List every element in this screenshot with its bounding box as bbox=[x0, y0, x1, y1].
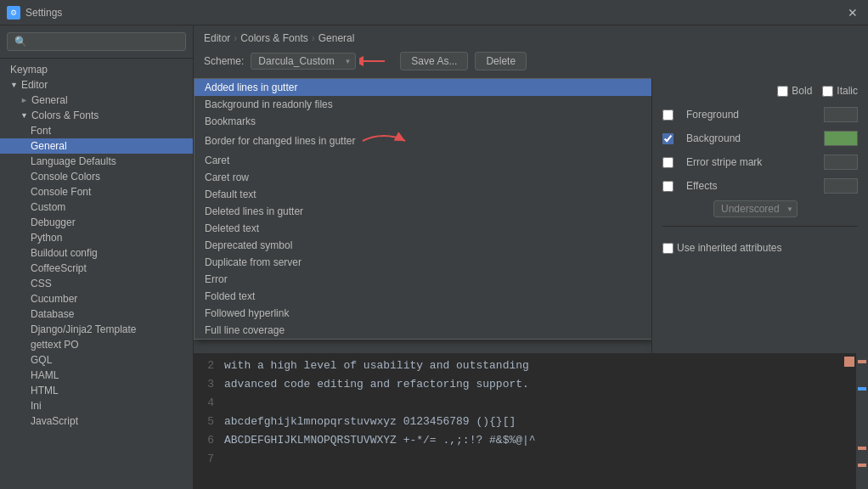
save-as-button[interactable]: Save As... bbox=[400, 52, 468, 70]
effects-select-wrap: Underscored bbox=[696, 200, 798, 217]
sidebar-item-font[interactable]: Font bbox=[0, 123, 193, 138]
title-bar: ⚙ Settings ✕ bbox=[0, 0, 868, 25]
content-area: Editor › Colors & Fonts › General Scheme… bbox=[194, 25, 868, 489]
sidebar-item-javascript[interactable]: JavaScript bbox=[0, 413, 193, 429]
list-item-3[interactable]: Border for changed lines in gutter bbox=[194, 130, 651, 152]
list-item-0[interactable]: Added lines in gutter bbox=[194, 79, 651, 96]
sidebar-item-buildout[interactable]: Buildout config bbox=[0, 245, 193, 261]
close-button[interactable]: ✕ bbox=[844, 4, 861, 21]
italic-check-label[interactable]: Italic bbox=[822, 85, 858, 97]
preview-line-3: 4 bbox=[200, 394, 861, 413]
error-stripe-check-label[interactable] bbox=[662, 157, 679, 168]
background-color-box[interactable] bbox=[824, 131, 858, 146]
error-stripe-row: Error stripe mark bbox=[662, 153, 858, 171]
sidebar-item-general-top[interactable]: ► General bbox=[0, 93, 193, 108]
right-panel: Bold Italic Foreground bbox=[652, 78, 868, 353]
scheme-select[interactable]: Darcula_Custom bbox=[251, 53, 356, 70]
breadcrumb: Editor › Colors & Fonts › General bbox=[194, 25, 868, 48]
line-num-1: 2 bbox=[200, 357, 214, 375]
foreground-check-label[interactable] bbox=[662, 110, 679, 121]
dropdown-popup: Added lines in gutter Background in read… bbox=[194, 78, 652, 340]
title-bar-left: ⚙ Settings bbox=[7, 6, 62, 20]
list-item-6[interactable]: Default text bbox=[194, 186, 651, 203]
bold-check-label[interactable]: Bold bbox=[777, 85, 812, 97]
sidebar-item-django[interactable]: Django/Jinja2 Template bbox=[0, 322, 193, 337]
arrow-annotation-1 bbox=[359, 51, 393, 71]
foreground-color-box[interactable] bbox=[824, 107, 858, 122]
list-item-12[interactable]: Folded text bbox=[194, 288, 651, 305]
error-stripe-color-box[interactable] bbox=[824, 155, 858, 170]
bold-checkbox[interactable] bbox=[777, 86, 788, 97]
list-item-9[interactable]: Deprecated symbol bbox=[194, 237, 651, 254]
sidebar-item-coffeescript[interactable]: CoffeeScript bbox=[0, 261, 193, 276]
sidebar-item-language-defaults[interactable]: Language Defaults bbox=[0, 154, 193, 169]
error-stripe-checkbox[interactable] bbox=[662, 157, 674, 168]
foreground-row: Foreground bbox=[662, 105, 858, 124]
list-item-10[interactable]: Duplicate from server bbox=[194, 254, 651, 271]
breadcrumb-editor: Editor bbox=[204, 32, 230, 44]
sidebar-item-keymap[interactable]: Keymap bbox=[0, 62, 193, 77]
preview-line-4: 5 abcdefghijklmnopqrstuvwxyz 0123456789 … bbox=[200, 413, 861, 431]
sidebar-item-editor[interactable]: ▼ Editor bbox=[0, 77, 193, 93]
sidebar-item-ini[interactable]: Ini bbox=[0, 398, 193, 413]
list-item-1[interactable]: Background in readonly files bbox=[194, 96, 651, 113]
sidebar-item-gettext[interactable]: gettext PO bbox=[0, 337, 193, 352]
line-num-4: 5 bbox=[200, 413, 214, 431]
sidebar-item-haml[interactable]: HAML bbox=[0, 368, 193, 383]
inherited-check-label[interactable]: Use inherited attributes bbox=[662, 242, 781, 254]
sidebar-item-console-colors[interactable]: Console Colors bbox=[0, 169, 193, 184]
haml-label: HAML bbox=[31, 369, 59, 381]
sidebar-item-html[interactable]: HTML bbox=[0, 383, 193, 398]
scheme-row: Scheme: Darcula_Custom Save As... Delete bbox=[194, 48, 868, 78]
sidebar-item-custom[interactable]: Custom bbox=[0, 200, 193, 215]
preview-area: 2 with a high level of usability and out… bbox=[194, 353, 868, 489]
preview-line-1: 2 with a high level of usability and out… bbox=[200, 357, 861, 375]
sidebar-item-gql[interactable]: GQL bbox=[0, 352, 193, 368]
main-layout: Keymap ▼ Editor ► General ▼ Colors & Fon… bbox=[0, 25, 868, 489]
background-checkbox[interactable] bbox=[662, 133, 674, 144]
sidebar-item-cucumber[interactable]: Cucumber bbox=[0, 291, 193, 306]
sidebar-item-debugger[interactable]: Debugger bbox=[0, 215, 193, 230]
search-input[interactable] bbox=[7, 32, 186, 51]
list-item-8[interactable]: Deleted text bbox=[194, 220, 651, 237]
search-container bbox=[0, 25, 193, 59]
list-item-5[interactable]: Caret row bbox=[194, 169, 651, 186]
sidebar-tree: Keymap ▼ Editor ► General ▼ Colors & Fon… bbox=[0, 59, 193, 432]
sidebar: Keymap ▼ Editor ► General ▼ Colors & Fon… bbox=[0, 25, 194, 489]
list-item-4[interactable]: Caret bbox=[194, 152, 651, 169]
sidebar-item-colors-fonts[interactable]: ▼ Colors & Fonts bbox=[0, 108, 193, 123]
list-item-13[interactable]: Followed hyperlink bbox=[194, 305, 651, 322]
sidebar-item-database[interactable]: Database bbox=[0, 306, 193, 322]
scroll-mark-orange-bot bbox=[858, 464, 866, 467]
list-pane: Added lines in gutter Background in read… bbox=[194, 78, 652, 353]
sidebar-item-css[interactable]: CSS bbox=[0, 276, 193, 291]
effects-checkbox[interactable] bbox=[662, 181, 674, 192]
background-label: Background bbox=[686, 132, 817, 144]
colors-fonts-label: Colors & Fonts bbox=[31, 110, 99, 121]
editor-label: Editor bbox=[21, 79, 48, 91]
inherited-row: Use inherited attributes bbox=[662, 242, 858, 254]
keymap-label: Keymap bbox=[10, 64, 48, 76]
italic-label: Italic bbox=[837, 85, 858, 97]
list-item-11[interactable]: Error bbox=[194, 271, 651, 288]
preview-text-4: abcdefghijklmnopqrstuvwxyz 0123456789 ()… bbox=[224, 413, 516, 431]
html-label: HTML bbox=[31, 385, 59, 396]
sidebar-item-console-font[interactable]: Console Font bbox=[0, 184, 193, 200]
effects-check-label[interactable] bbox=[662, 181, 679, 192]
preview-text-5: ABCDEFGHIJKLMNOPQRSTUVWXYZ +-*/= .,;:!? … bbox=[224, 431, 536, 450]
sidebar-item-python[interactable]: Python bbox=[0, 230, 193, 245]
italic-checkbox[interactable] bbox=[822, 86, 833, 97]
database-label: Database bbox=[31, 308, 74, 320]
foreground-checkbox[interactable] bbox=[662, 110, 674, 121]
list-item-14[interactable]: Full line coverage bbox=[194, 322, 651, 339]
effects-select[interactable]: Underscored bbox=[713, 200, 798, 217]
inherited-label: Use inherited attributes bbox=[677, 242, 781, 254]
sidebar-item-general[interactable]: General bbox=[0, 138, 193, 154]
background-check-label[interactable] bbox=[662, 133, 679, 144]
list-item-7[interactable]: Deleted lines in gutter bbox=[194, 203, 651, 220]
list-item-2[interactable]: Bookmarks bbox=[194, 113, 651, 130]
delete-button[interactable]: Delete bbox=[475, 52, 527, 70]
effects-color-box[interactable] bbox=[824, 178, 858, 194]
inherited-checkbox[interactable] bbox=[662, 243, 674, 254]
scroll-mark-orange-top bbox=[858, 360, 866, 363]
